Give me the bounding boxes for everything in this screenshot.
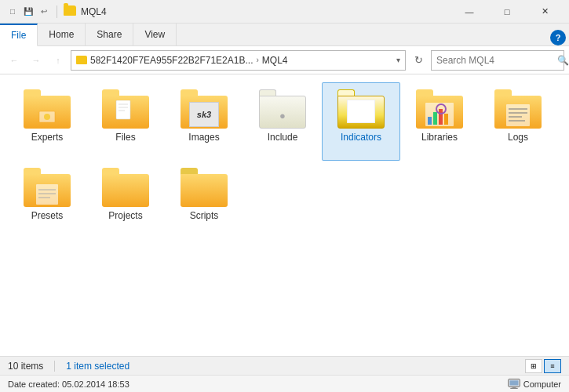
- folder-presets-label: Presets: [31, 210, 64, 221]
- title-bar-controls[interactable]: — □ ✕: [451, 0, 563, 24]
- folder-include-label: Include: [268, 132, 298, 143]
- search-icon: 🔍: [557, 55, 569, 66]
- address-bar: ← → ↑ 582F1420F7EA955F22B2F71E2A1B... › …: [0, 46, 569, 74]
- libraries-chart-icon: [425, 103, 454, 126]
- content-area: Experts Files: [0, 74, 569, 356]
- svg-rect-17: [36, 184, 58, 205]
- folder-icon-title: [64, 5, 76, 16]
- date-label: Date created:: [8, 379, 60, 389]
- status-separator: [54, 361, 55, 372]
- view-list-button[interactable]: ≡: [544, 359, 561, 373]
- status-bar: 10 items 1 item selected ⊞ ≡: [0, 356, 569, 375]
- folder-libraries-label: Libraries: [421, 132, 458, 143]
- undo-icon: ↩: [38, 5, 50, 18]
- computer-text: Computer: [523, 379, 561, 389]
- folder-scripts-icon: [181, 168, 228, 207]
- back-button[interactable]: ←: [5, 51, 24, 70]
- bottom-bar: Date created: 05.02.2014 18:53 Computer: [0, 375, 569, 392]
- svg-rect-22: [509, 380, 518, 385]
- path-arrow: ›: [256, 56, 258, 64]
- folder-experts-label: Experts: [31, 132, 64, 143]
- folder-presets[interactable]: Presets: [8, 161, 86, 239]
- tab-share[interactable]: Share: [86, 24, 133, 45]
- folder-files[interactable]: Files: [86, 82, 165, 161]
- view-icons: ⊞ ≡: [525, 359, 561, 373]
- quick-access-icon: □: [6, 5, 19, 18]
- up-button[interactable]: ↑: [49, 51, 67, 70]
- save-icon: 💾: [22, 5, 35, 18]
- refresh-button[interactable]: ↻: [409, 51, 428, 70]
- selected-items-count: 1 item selected: [66, 361, 129, 372]
- title-bar: □ 💾 ↩ MQL4 — □ ✕: [0, 0, 569, 24]
- folder-files-label: Files: [115, 132, 135, 143]
- folder-include-icon: ●: [259, 89, 306, 129]
- title-bar-icons: □ 💾 ↩: [6, 5, 76, 18]
- folder-indicators-icon: [337, 89, 385, 129]
- path-folder-icon: [76, 56, 87, 64]
- computer-label: Computer: [508, 379, 561, 390]
- folder-scripts-label: Scripts: [190, 210, 219, 221]
- path-short-text: 582F1420F7EA955F22B2F71E2A1B...: [90, 55, 253, 66]
- minimize-button[interactable]: —: [451, 0, 487, 24]
- title-bar-left: □ 💾 ↩ MQL4: [6, 5, 107, 18]
- svg-rect-24: [510, 387, 518, 388]
- help-button[interactable]: ?: [550, 30, 566, 45]
- folder-indicators[interactable]: Indicators: [322, 82, 400, 161]
- tab-home[interactable]: Home: [38, 24, 86, 45]
- svg-rect-2: [116, 100, 130, 119]
- ribbon-tabs: File Home Share View ?: [0, 24, 569, 45]
- presets-overlay: [36, 184, 58, 205]
- file-grid: Experts Files: [8, 82, 561, 239]
- svg-rect-8: [433, 112, 437, 125]
- folder-projects-label: Projects: [108, 210, 142, 221]
- search-input[interactable]: [436, 55, 554, 66]
- folder-images-label: Images: [188, 132, 219, 143]
- maximize-button[interactable]: □: [489, 0, 525, 24]
- svg-rect-9: [439, 109, 443, 125]
- include-folder-symbol: ●: [279, 110, 286, 122]
- folder-indicators-label: Indicators: [341, 132, 381, 143]
- ribbon: File Home Share View ?: [0, 24, 569, 46]
- folder-images[interactable]: sk3 Images: [165, 82, 243, 161]
- folder-presets-icon: [24, 168, 71, 207]
- svg-point-1: [44, 114, 50, 120]
- folder-experts[interactable]: Experts: [8, 82, 86, 161]
- folder-scripts[interactable]: Scripts: [165, 161, 243, 239]
- folder-libraries[interactable]: Libraries: [400, 82, 479, 161]
- folder-logs-icon: [494, 89, 542, 129]
- svg-rect-7: [428, 117, 432, 125]
- folder-libraries-icon: [416, 89, 463, 129]
- path-current-text: MQL4: [262, 55, 288, 66]
- forward-button[interactable]: →: [27, 51, 46, 70]
- window-title: MQL4: [81, 6, 107, 17]
- tab-file[interactable]: File: [0, 24, 38, 46]
- folder-projects[interactable]: Projects: [86, 161, 165, 239]
- date-value: 05.02.2014 18:53: [62, 379, 129, 389]
- folder-files-icon: [102, 89, 149, 129]
- divider: [57, 5, 57, 18]
- files-folder-overlay: [115, 100, 137, 125]
- view-grid-button[interactable]: ⊞: [525, 359, 542, 373]
- search-box[interactable]: 🔍: [431, 50, 564, 71]
- svg-rect-23: [512, 387, 516, 388]
- address-path[interactable]: 582F1420F7EA955F22B2F71E2A1B... › MQL4 ▾: [71, 50, 406, 71]
- folder-experts-icon: [24, 89, 71, 129]
- folder-projects-icon: [102, 168, 149, 207]
- total-items-count: 10 items: [8, 361, 54, 372]
- close-button[interactable]: ✕: [527, 0, 563, 24]
- experts-folder-overlay: [38, 108, 57, 124]
- images-overlay: sk3: [189, 102, 219, 127]
- folder-include[interactable]: ● Include: [243, 82, 322, 161]
- folder-images-icon: sk3: [181, 89, 228, 129]
- status-items: 10 items 1 item selected: [8, 361, 525, 372]
- svg-rect-10: [444, 114, 448, 125]
- logs-overlay: [506, 104, 530, 126]
- status-right: ⊞ ≡: [525, 359, 561, 373]
- ribbon-right: ?: [177, 24, 569, 45]
- path-dropdown-icon[interactable]: ▾: [396, 56, 400, 64]
- folder-logs[interactable]: Logs: [479, 82, 557, 161]
- tab-view[interactable]: View: [133, 24, 177, 45]
- date-info: Date created: 05.02.2014 18:53: [8, 379, 129, 389]
- svg-rect-12: [506, 104, 530, 126]
- computer-icon: [508, 379, 520, 390]
